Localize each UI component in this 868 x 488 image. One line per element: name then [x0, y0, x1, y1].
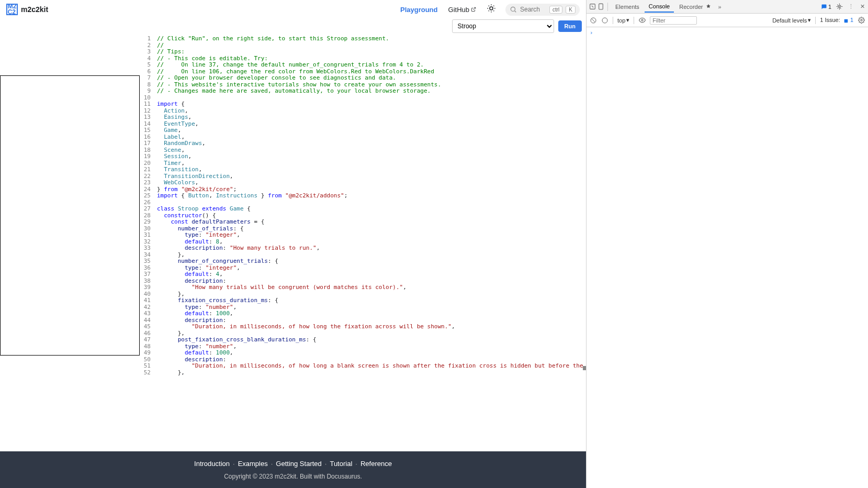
- devtools-tabs: Elements Console Recorder » 1 ⋮ ✕: [587, 0, 868, 14]
- kbd-k: K: [566, 6, 576, 14]
- inspect-icon[interactable]: [589, 3, 596, 10]
- chevron-down-icon: ▾: [808, 17, 811, 24]
- nav-playground[interactable]: Playground: [395, 6, 443, 14]
- footer-link[interactable]: Examples: [238, 460, 268, 468]
- logo-text: m2c2kit: [21, 5, 48, 14]
- tab-console[interactable]: Console: [645, 1, 674, 13]
- chevron-down-icon: ▾: [626, 17, 629, 24]
- header: M2 C2 m2c2kit Playground GitHub ctrl K: [0, 0, 586, 19]
- console-output[interactable]: ›: [587, 27, 868, 488]
- svg-point-6: [602, 18, 607, 23]
- svg-point-0: [490, 7, 493, 10]
- tab-recorder[interactable]: Recorder: [675, 2, 715, 12]
- sun-icon: [487, 4, 496, 13]
- close-devtools-icon[interactable]: ✕: [859, 3, 866, 10]
- nav-github[interactable]: GitHub: [443, 6, 481, 14]
- context-selector[interactable]: top ▾: [617, 17, 629, 24]
- device-icon[interactable]: [597, 3, 604, 10]
- stop-icon[interactable]: [601, 17, 608, 24]
- issues-link[interactable]: 1 Issue: 1: [820, 17, 853, 23]
- beta-icon: [706, 4, 711, 9]
- levels-selector[interactable]: Default levels ▾: [772, 17, 811, 24]
- code-editor[interactable]: 1234567891011121314151617181920212223242…: [0, 34, 586, 451]
- external-link-icon: [471, 7, 476, 12]
- svg-rect-3: [599, 4, 603, 9]
- search-icon: [510, 6, 517, 13]
- messages-badge[interactable]: 1: [821, 4, 831, 10]
- kbd-ctrl: ctrl: [549, 6, 562, 14]
- more-tabs-icon[interactable]: »: [716, 3, 724, 10]
- search-box[interactable]: ctrl K: [505, 4, 580, 16]
- content-area: 1234567891011121314151617181920212223242…: [0, 34, 586, 451]
- svg-point-1: [511, 7, 515, 11]
- footer-link[interactable]: Getting Started: [276, 460, 321, 468]
- console-settings-icon[interactable]: [858, 17, 865, 24]
- footer-link[interactable]: Reference: [360, 460, 392, 468]
- footer-link[interactable]: Introduction: [194, 460, 230, 468]
- line-gutter: 1234567891011121314151617181920212223242…: [0, 34, 157, 451]
- devtools-panel: Elements Console Recorder » 1 ⋮ ✕: [586, 0, 868, 488]
- svg-rect-8: [844, 19, 848, 23]
- logo-icon: M2 C2: [6, 4, 18, 15]
- filter-input[interactable]: [650, 16, 697, 25]
- footer: Introduction·Examples·Getting Started·Tu…: [0, 451, 586, 488]
- logo[interactable]: M2 C2 m2c2kit: [6, 4, 48, 15]
- settings-icon[interactable]: [836, 3, 843, 10]
- eye-icon[interactable]: [638, 17, 646, 24]
- run-button[interactable]: Run: [558, 20, 582, 32]
- clear-console-icon[interactable]: [590, 17, 597, 24]
- code-content[interactable]: // Click "Run", on the right side, to st…: [157, 34, 586, 451]
- playground-toolbar: Stroop Run: [0, 19, 586, 34]
- footer-link[interactable]: Tutorial: [330, 460, 352, 468]
- console-toolbar: top ▾ Default levels ▾ 1 Issue: 1: [587, 14, 868, 27]
- example-select[interactable]: Stroop: [452, 19, 554, 33]
- search-input[interactable]: [520, 6, 546, 13]
- svg-point-9: [860, 19, 862, 21]
- footer-links: Introduction·Examples·Getting Started·Tu…: [194, 460, 392, 468]
- chat-icon: [821, 4, 827, 10]
- svg-point-7: [641, 19, 643, 21]
- footer-copyright: Copyright © 2023 m2c2kit. Built with Doc…: [224, 473, 362, 480]
- tab-elements[interactable]: Elements: [611, 2, 644, 12]
- kebab-icon[interactable]: ⋮: [847, 3, 854, 10]
- theme-toggle[interactable]: [481, 4, 501, 15]
- console-prompt-icon: ›: [590, 29, 593, 36]
- drag-handle[interactable]: [583, 366, 586, 370]
- info-icon: [843, 18, 849, 24]
